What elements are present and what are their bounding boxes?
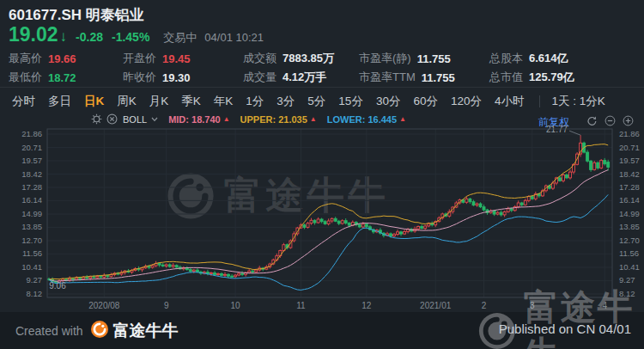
watermark-brand-text: 富途牛牛	[524, 284, 644, 349]
y-axis-label: 11.56	[22, 248, 42, 258]
watermark-futu-bottom-right: 富途牛牛	[477, 284, 644, 349]
x-axis-label: 2021/01	[420, 301, 452, 310]
y-axis-label: 19.57	[21, 156, 42, 165]
low-price-annotation: 9.06	[49, 281, 66, 291]
y-axis-label: 20.71	[619, 143, 640, 152]
boll-upper-line	[49, 144, 608, 280]
y-axis-label: 14.99	[619, 209, 640, 218]
y-axis-label: 17.28	[619, 182, 640, 192]
published-label: Published on CN 04/01	[499, 321, 631, 336]
created-with-label: Created with	[15, 324, 83, 338]
x-axis-label: 11	[296, 301, 306, 310]
y-axis-label: 13.85	[619, 222, 640, 231]
y-axis-label: 16.14	[619, 195, 640, 205]
y-axis-label: 13.85	[21, 222, 42, 231]
y-axis-label: 18.42	[619, 169, 640, 179]
x-axis-label: 10	[231, 301, 241, 310]
y-axis-label: 12.70	[619, 236, 640, 245]
y-axis-label: 21.86	[619, 129, 640, 138]
created-with: Created with 富途牛牛	[15, 320, 179, 342]
y-axis-label: 21.86	[21, 129, 42, 138]
y-axis-label: 9.27	[27, 275, 43, 285]
y-axis-label: 20.71	[21, 143, 42, 152]
x-axis-label: 9	[164, 301, 169, 310]
y-axis-label: 17.28	[21, 182, 42, 192]
y-axis-label: 8.12	[27, 289, 43, 298]
x-axis-label: 2020/08	[88, 301, 120, 310]
futu-logo-icon	[91, 321, 108, 341]
y-axis-label: 10.41	[21, 262, 42, 272]
brand-name: 富途牛牛	[113, 320, 179, 342]
y-axis-label: 10.41	[619, 262, 640, 272]
y-axis-label: 19.57	[619, 156, 640, 165]
y-axis-label: 18.42	[21, 169, 42, 179]
y-axis-label: 16.14	[21, 195, 42, 205]
y-axis-label: 11.56	[619, 248, 639, 258]
x-axis-label: 12	[361, 301, 372, 310]
stock-detail-page: 601677.SH 明泰铝业 19.02 ↓ -0.28 -1.45% 交易中 …	[0, 0, 644, 349]
boll-mid-line	[49, 170, 608, 282]
high-price-annotation: 21.77	[546, 125, 568, 134]
y-axis-label: 14.99	[21, 209, 42, 218]
y-axis-label: 12.70	[21, 236, 42, 245]
